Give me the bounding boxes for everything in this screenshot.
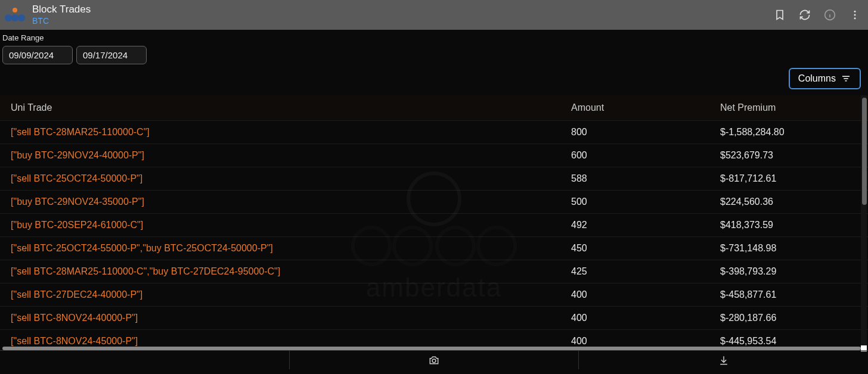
svg-point-9	[854, 17, 856, 19]
table-row[interactable]: ["buy BTC-29NOV24-40000-P"]600$523,679.7…	[0, 144, 868, 167]
svg-point-7	[854, 11, 856, 13]
cell-net: $224,560.36	[709, 191, 868, 214]
svg-point-8	[854, 14, 856, 16]
table-row[interactable]: ["sell BTC-8NOV24-40000-P"]400$-280,187.…	[0, 307, 868, 330]
info-icon[interactable]	[824, 9, 836, 21]
table-row[interactable]: ["buy BTC-29NOV24-35000-P"]500$224,560.3…	[0, 191, 868, 214]
cell-amount: 400	[560, 283, 709, 307]
cell-net: $-458,877.61	[709, 283, 868, 307]
cell-net: $-1,588,284.80	[709, 121, 868, 144]
cell-trade[interactable]: ["sell BTC-25OCT24-55000-P","buy BTC-25O…	[0, 237, 560, 260]
col-header-amount[interactable]: Amount	[560, 95, 709, 121]
table-row[interactable]: ["sell BTC-28MAR25-110000-C","buy BTC-27…	[0, 260, 868, 283]
bookmark-icon[interactable]	[774, 9, 786, 21]
window-header: Block Trades BTC	[0, 0, 868, 30]
cell-trade[interactable]: ["sell BTC-27DEC24-40000-P"]	[0, 283, 560, 307]
date-start-input[interactable]	[2, 46, 73, 64]
svg-point-1	[5, 14, 12, 21]
svg-point-2	[11, 14, 18, 21]
cell-trade[interactable]: ["sell BTC-28MAR25-110000-C","buy BTC-27…	[0, 260, 560, 283]
cell-trade[interactable]: ["sell BTC-28MAR25-110000-C"]	[0, 121, 560, 144]
cell-amount: 425	[560, 260, 709, 283]
cell-trade[interactable]: ["buy BTC-20SEP24-61000-C"]	[0, 214, 560, 237]
columns-button-label: Columns	[798, 73, 836, 84]
trades-table: Uni Trade Amount Net Premium ["sell BTC-…	[0, 95, 868, 353]
svg-point-13	[432, 359, 436, 362]
cell-net: $523,679.73	[709, 144, 868, 167]
app-logo-icon	[2, 6, 27, 24]
cell-amount: 500	[560, 191, 709, 214]
table-row[interactable]: ["sell BTC-25OCT24-55000-P","buy BTC-25O…	[0, 237, 868, 260]
refresh-icon[interactable]	[799, 9, 811, 21]
download-button[interactable]	[579, 351, 868, 369]
table-row[interactable]: ["sell BTC-25OCT24-50000-P"]588$-817,712…	[0, 167, 868, 191]
footer-cell-empty[interactable]	[0, 351, 290, 369]
page-title: Block Trades	[32, 4, 91, 15]
cell-amount: 450	[560, 237, 709, 260]
cell-amount: 588	[560, 167, 709, 191]
header-left: Block Trades BTC	[2, 4, 91, 26]
table-container: amberdata Uni Trade Amount Net Premium […	[0, 95, 868, 353]
cell-trade[interactable]: ["sell BTC-25OCT24-50000-P"]	[0, 167, 560, 191]
controls-bar: Date Range	[0, 30, 868, 69]
cell-net: $-398,793.29	[709, 260, 868, 283]
columns-button[interactable]: Columns	[789, 68, 861, 89]
download-icon	[718, 354, 730, 366]
cell-trade[interactable]: ["sell BTC-8NOV24-40000-P"]	[0, 307, 560, 330]
table-row[interactable]: ["sell BTC-27DEC24-40000-P"]400$-458,877…	[0, 283, 868, 307]
asset-subtitle[interactable]: BTC	[32, 16, 91, 26]
footer-toolbar	[0, 350, 868, 369]
cell-net: $-731,148.98	[709, 237, 868, 260]
cell-net: $-817,712.61	[709, 167, 868, 191]
vertical-scroll-thumb[interactable]	[862, 98, 867, 205]
camera-icon	[428, 354, 440, 366]
table-row[interactable]: ["buy BTC-20SEP24-61000-C"]492$418,373.5…	[0, 214, 868, 237]
svg-point-0	[13, 8, 17, 13]
col-header-trade[interactable]: Uni Trade	[0, 95, 560, 121]
svg-point-3	[18, 14, 25, 21]
cell-amount: 800	[560, 121, 709, 144]
date-range-label: Date Range	[2, 33, 866, 42]
col-header-net[interactable]: Net Premium	[709, 95, 868, 121]
table-row[interactable]: ["sell BTC-28MAR25-110000-C"]800$-1,588,…	[0, 121, 868, 144]
cell-amount: 600	[560, 144, 709, 167]
date-end-input[interactable]	[76, 46, 147, 64]
cell-amount: 492	[560, 214, 709, 237]
cell-amount: 400	[560, 307, 709, 330]
cell-trade[interactable]: ["buy BTC-29NOV24-40000-P"]	[0, 144, 560, 167]
cell-trade[interactable]: ["buy BTC-29NOV24-35000-P"]	[0, 191, 560, 214]
cell-net: $418,373.59	[709, 214, 868, 237]
more-icon[interactable]	[849, 9, 861, 21]
columns-filter-icon	[841, 73, 851, 84]
screenshot-button[interactable]	[290, 351, 579, 369]
header-actions	[774, 9, 861, 21]
cell-net: $-280,187.66	[709, 307, 868, 330]
